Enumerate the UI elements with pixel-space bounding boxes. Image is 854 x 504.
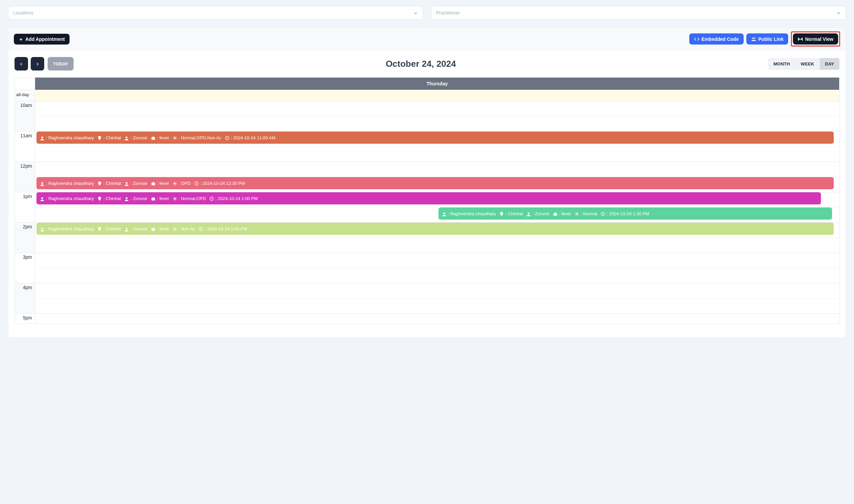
view-day-button[interactable]: DAY: [820, 58, 839, 70]
hour-row: 4pm: [15, 283, 35, 314]
briefcase-icon: [151, 196, 156, 201]
hour-label: 3pm: [23, 254, 32, 260]
embedded-code-label: Embedded Code: [701, 36, 738, 42]
hour-row: 5pm: [15, 314, 35, 324]
appointment-event[interactable]: : Raghvendra chaudhary: Chinhat: Zonvoir…: [36, 131, 834, 144]
half-hour-slot[interactable]: [35, 283, 839, 299]
public-link-button[interactable]: Public Link: [746, 33, 788, 44]
locations-select[interactable]: Locations: [8, 6, 423, 20]
next-button[interactable]: [31, 57, 44, 71]
half-hour-slot[interactable]: [35, 116, 839, 131]
appointment-event[interactable]: : Raghvendra chaudhary: Chinhat: Zonvoir…: [36, 177, 834, 189]
briefcase-icon: [151, 181, 156, 186]
svg-point-2: [752, 38, 753, 39]
location-icon: [499, 211, 504, 217]
hour-label: 1pm: [23, 194, 32, 199]
code-icon: [694, 36, 699, 42]
half-hour-slot[interactable]: [35, 268, 839, 283]
event-type: : Normal: [580, 211, 597, 216]
locations-placeholder: Locations: [13, 10, 33, 16]
chevron-left-icon: [19, 61, 24, 67]
clock-icon: [600, 211, 605, 217]
event-type: : OPD: [178, 181, 190, 186]
view-month-button[interactable]: MONTH: [768, 58, 795, 70]
hour-row: 2pm: [15, 223, 35, 253]
clock-icon: [225, 135, 229, 141]
clock-icon: [198, 227, 203, 232]
event-patient: : Raghvendra chaudhary: [46, 181, 94, 186]
appointment-event[interactable]: : Raghvendra chaudhary: Chinhat: Zonvoir…: [36, 192, 821, 204]
event-location: : Chinhat: [103, 227, 121, 231]
person-icon: [40, 196, 45, 201]
hour-label: 4pm: [23, 285, 32, 290]
person-icon: [40, 135, 45, 141]
event-patient: : Raghvendra chaudhary: [46, 196, 94, 201]
half-hour-slot[interactable]: [35, 162, 839, 177]
prev-button[interactable]: [15, 57, 28, 71]
hour-label: 2pm: [23, 224, 32, 229]
gear-icon: [575, 211, 579, 217]
event-location: : Chinhat: [505, 211, 523, 216]
person-icon: [40, 227, 45, 232]
event-reason: : fever: [559, 211, 571, 216]
today-button[interactable]: TODAY: [48, 57, 74, 71]
half-hour-slot[interactable]: [35, 299, 839, 314]
location-icon: [97, 181, 102, 186]
event-time: : 2024-10-24 1:00 PM: [215, 196, 258, 201]
hour-label: 11am: [20, 133, 32, 138]
add-appointment-button[interactable]: Add Appointment: [14, 34, 70, 44]
appointment-event[interactable]: : Raghvendra chaudhary: Chinhat: Zonvoir…: [36, 223, 834, 235]
filters-row: Locations Practitioner: [8, 6, 846, 20]
gear-icon: [173, 135, 177, 141]
clock-icon: [194, 181, 199, 186]
allday-label: all-day: [15, 90, 35, 101]
view-week-button[interactable]: WEEK: [795, 58, 820, 70]
event-org: : Zonvoir: [130, 181, 147, 186]
org-icon: [124, 181, 129, 186]
event-type: : Normal,OPD,Non Ac: [178, 135, 221, 140]
add-appointment-label: Add Appointment: [25, 36, 65, 42]
embedded-code-button[interactable]: Embedded Code: [689, 33, 743, 44]
half-hour-slot[interactable]: [35, 101, 839, 116]
practitioner-select[interactable]: Practitioner: [431, 6, 846, 20]
day-header: Thursday: [35, 77, 839, 90]
half-hour-slot[interactable]: [35, 253, 839, 268]
expand-icon: [798, 36, 803, 42]
org-icon: [526, 211, 531, 217]
day-column: : Raghvendra chaudhary: Chinhat: Zonvoir…: [35, 101, 839, 324]
event-patient: : Raghvendra chaudhary: [46, 227, 94, 231]
event-org: : Zonvoir: [130, 196, 147, 201]
hour-row: 10am: [15, 101, 35, 131]
location-icon: [97, 135, 102, 141]
org-icon: [124, 196, 129, 201]
half-hour-slot[interactable]: [35, 147, 839, 162]
location-icon: [97, 227, 102, 232]
time-gutter: 10am11am12pm1pm2pm3pm4pm5pm: [15, 101, 35, 324]
chevron-down-icon: [413, 10, 418, 16]
half-hour-slot[interactable]: [35, 238, 839, 253]
calendar-panel: TODAY October 24, 2024 MONTH WEEK DAY Th…: [8, 50, 846, 338]
allday-row: all-day: [15, 90, 839, 101]
half-hour-slot[interactable]: [35, 314, 839, 324]
event-org: : Zonvoir: [130, 227, 147, 231]
date-navigation-bar: TODAY October 24, 2024 MONTH WEEK DAY: [15, 57, 839, 71]
allday-cell[interactable]: [35, 90, 839, 101]
gear-icon: [173, 196, 177, 201]
hour-row: 1pm: [15, 192, 35, 223]
event-type: : Non Ac: [178, 227, 195, 231]
view-switch: MONTH WEEK DAY: [768, 58, 839, 70]
date-title: October 24, 2024: [386, 59, 456, 69]
event-time: : 2024-10-24 11:00 AM: [231, 135, 276, 140]
event-time: : 2024-10-24 1:30 PM: [607, 211, 649, 216]
briefcase-icon: [151, 135, 156, 141]
action-bar: Add Appointment Embedded Code Public Lin…: [8, 28, 846, 50]
gutter-spacer: [15, 77, 35, 90]
time-grid[interactable]: 10am11am12pm1pm2pm3pm4pm5pm : Raghvendra…: [15, 101, 839, 324]
normal-view-button[interactable]: Normal View: [793, 33, 838, 44]
event-location: : Chinhat: [103, 196, 121, 201]
hour-row: 12pm: [15, 162, 35, 192]
today-label: TODAY: [53, 61, 68, 67]
view-day-label: DAY: [825, 61, 834, 67]
appointment-event[interactable]: : Raghvendra chaudhary: Chinhat: Zonvoir…: [438, 208, 832, 220]
view-week-label: WEEK: [801, 61, 814, 67]
